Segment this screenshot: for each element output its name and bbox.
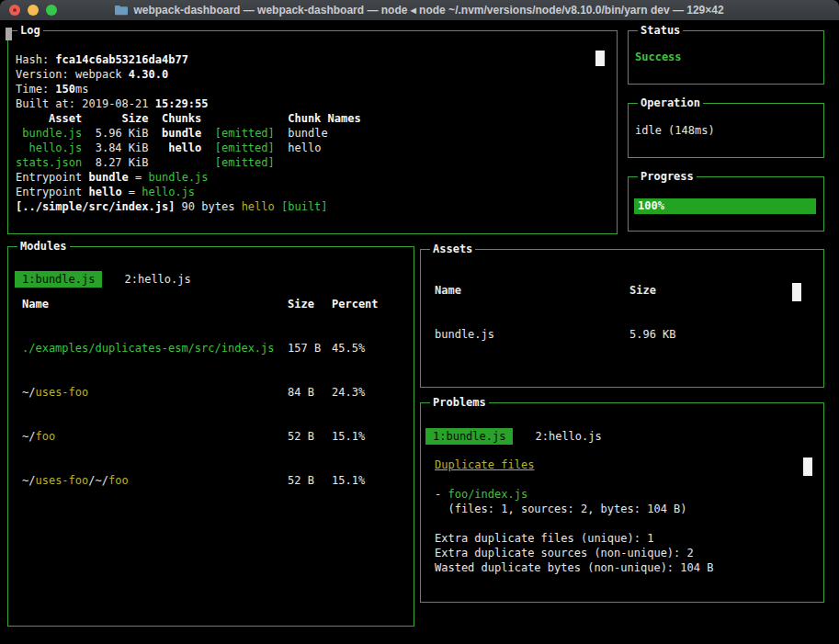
terminal-window: webpack-dashboard — webpack-dashboard — …: [0, 0, 839, 644]
table-row: ~/uses-foo 84 B 24.3%: [8, 385, 413, 429]
log-scrollbar[interactable]: [595, 51, 605, 66]
log-panel: Log Hash: fca14c6ab53216da4b77 Version: …: [7, 30, 618, 234]
modules-table: Name Size Percent ./examples/duplicates-…: [8, 297, 413, 517]
problems-scrollbar[interactable]: [803, 458, 812, 476]
traffic-lights: [9, 0, 57, 20]
operation-panel: Operation idle (148ms): [628, 103, 824, 158]
problems-tab-bundle[interactable]: 1:bundle.js: [425, 428, 513, 445]
log-line: Time: 150ms: [16, 82, 604, 96]
assets-panel-title: Assets: [430, 242, 475, 256]
table-row: ~/foo 52 B 15.1%: [8, 429, 413, 473]
table-row: bundle.js 5.96 KB: [421, 327, 822, 371]
operation-panel-title: Operation: [638, 96, 703, 110]
modules-panel: Modules 1:bundle.js 2:hello.js Name Size…: [7, 246, 414, 627]
folder-icon: [115, 5, 128, 16]
modules-col-name: Name: [22, 297, 288, 341]
problems-line: Wasted duplicate bytes (non-unique): 104…: [435, 560, 805, 575]
log-line: Entrypoint bundle = bundle.js: [16, 170, 604, 185]
problems-line: (files: 1, sources: 2, bytes: 104 B): [435, 502, 805, 516]
modules-col-percent: Percent: [332, 297, 413, 341]
modules-tab-hello[interactable]: 2:hello.js: [117, 271, 198, 288]
table-row: ./examples/duplicates-esm/src/index.js 1…: [8, 341, 413, 385]
problems-line: Extra duplicate files (unique): 1: [435, 531, 805, 546]
module-percent: 45.5%: [332, 341, 413, 385]
module-name: ~/foo: [22, 429, 288, 473]
modules-col-size: Size: [288, 297, 332, 341]
log-focus-marker: [6, 28, 12, 40]
window-title: webpack-dashboard — webpack-dashboard — …: [133, 4, 723, 17]
log-line: Version: webpack 4.30.0: [16, 67, 604, 82]
log-line: Hash: fca14c6ab53216da4b77: [16, 52, 604, 67]
problems-panel: Problems 1:bundle.js 2:hello.js Duplicat…: [420, 402, 824, 603]
asset-name: bundle.js: [435, 327, 629, 371]
zoom-button[interactable]: [46, 5, 57, 16]
module-name: ~/uses-foo/~/foo: [22, 473, 288, 517]
assets-scrollbar[interactable]: [792, 283, 801, 301]
problems-line: [435, 472, 805, 487]
asset-size: 5.96 KB: [629, 327, 822, 371]
module-size: 52 B: [288, 429, 332, 473]
log-line: [../simple/src/index.js] 90 bytes hello …: [16, 199, 604, 214]
log-line: Built at: 2019-08-21 15:29:55: [16, 96, 604, 111]
modules-panel-title: Modules: [17, 239, 70, 254]
module-name: ~/uses-foo: [22, 385, 288, 429]
close-button[interactable]: [9, 5, 20, 16]
assets-table: Name Size bundle.js 5.96 KB: [421, 283, 822, 371]
module-percent: 15.1%: [332, 429, 413, 473]
modules-tabs: 1:bundle.js 2:hello.js: [15, 271, 213, 288]
problems-details: Duplicate files - foo/index.js (files: 1…: [435, 458, 805, 575]
progress-bar-fill: 100%: [634, 198, 816, 214]
problems-line: - foo/index.js: [435, 487, 805, 502]
log-output: Hash: fca14c6ab53216da4b77 Version: webp…: [16, 52, 604, 214]
problems-tab-hello[interactable]: 2:hello.js: [527, 428, 608, 445]
log-panel-title: Log: [17, 23, 43, 38]
module-size: 52 B: [288, 473, 332, 517]
module-percent: 15.1%: [332, 473, 413, 517]
table-row: ~/uses-foo/~/foo 52 B 15.1%: [8, 473, 413, 517]
operation-value: idle (148ms): [635, 124, 715, 137]
titlebar[interactable]: webpack-dashboard — webpack-dashboard — …: [0, 0, 839, 20]
assets-table-header: Name Size: [421, 283, 822, 327]
problems-panel-title: Problems: [430, 395, 489, 410]
log-line: Asset Size Chunks Chunk Names: [16, 111, 604, 126]
module-percent: 24.3%: [332, 385, 413, 429]
progress-panel-title: Progress: [638, 169, 697, 184]
module-size: 157 B: [288, 341, 332, 385]
status-panel-title: Status: [638, 23, 683, 38]
modules-table-header: Name Size Percent: [8, 297, 413, 341]
log-line: bundle.js 5.96 KiB bundle [emitted] bund…: [16, 126, 604, 141]
problems-line: Duplicate files: [435, 458, 805, 472]
minimize-button[interactable]: [28, 5, 39, 16]
progress-track: 100%: [634, 198, 816, 214]
module-name: ./examples/duplicates-esm/src/index.js: [22, 341, 288, 385]
modules-tab-bundle[interactable]: 1:bundle.js: [15, 271, 102, 288]
status-value: Success: [635, 51, 682, 63]
problems-tabs: 1:bundle.js 2:hello.js: [425, 428, 624, 445]
problems-line: Extra duplicate sources (non-unique): 2: [435, 546, 805, 560]
assets-col-name: Name: [435, 283, 629, 327]
log-line: Entrypoint hello = hello.js: [16, 185, 604, 199]
terminal-content: Log Hash: fca14c6ab53216da4b77 Version: …: [0, 20, 839, 644]
log-line: hello.js 3.84 KiB hello [emitted] hello: [16, 141, 604, 155]
problems-line: [435, 516, 805, 531]
status-panel: Status Success: [628, 30, 824, 85]
module-size: 84 B: [288, 385, 332, 429]
progress-panel: Progress 100%: [628, 176, 824, 232]
assets-panel: Assets Name Size bundle.js 5.96 KB: [420, 249, 824, 388]
log-line: stats.json 8.27 KiB [emitted]: [16, 155, 604, 170]
